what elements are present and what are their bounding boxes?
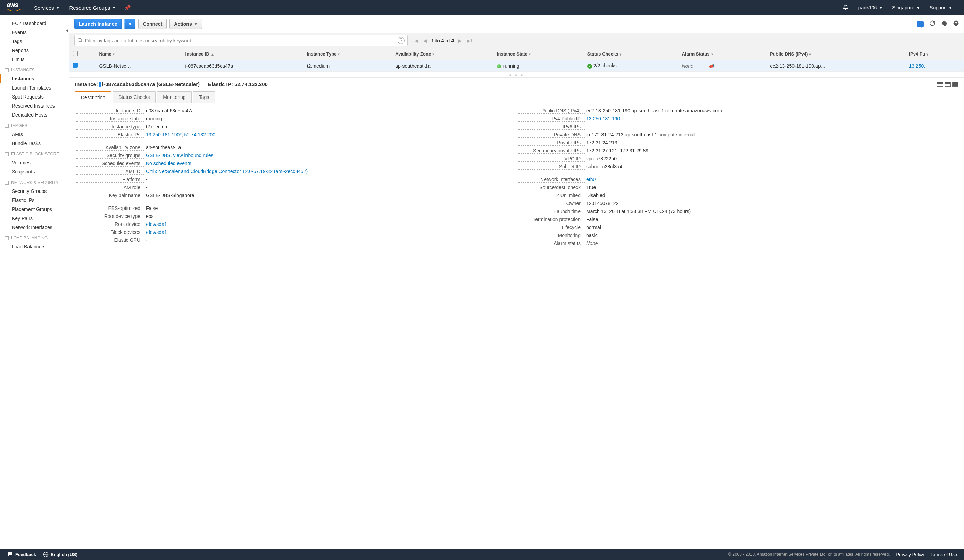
sidebar-item[interactable]: Volumes	[0, 158, 69, 167]
nav-support[interactable]: Support▼	[925, 5, 957, 10]
settings-icon[interactable]	[941, 20, 947, 28]
actions-button[interactable]: Actions▼	[169, 19, 202, 29]
footer: Feedback English (US) © 2008 - 2018, Ama…	[0, 549, 964, 560]
help-icon[interactable]: ?	[953, 20, 959, 28]
sidebar-item[interactable]: Placement Groups	[0, 205, 69, 214]
sidebar-item[interactable]: Launch Templates	[0, 83, 69, 92]
detail-link[interactable]: 13.250.181.190	[586, 116, 620, 122]
sidebar-group-header[interactable]: –NETWORK & SECURITY	[0, 179, 69, 187]
chat-icon[interactable]: ⋯	[917, 21, 924, 28]
detail-row: Root device/dev/sda1	[77, 221, 517, 227]
view-split-top-icon[interactable]	[937, 82, 943, 87]
nav-resource-groups[interactable]: Resource Groups▼	[64, 5, 120, 11]
sidebar-item[interactable]: Spot Requests	[0, 92, 69, 101]
row-checkbox[interactable]	[73, 63, 78, 68]
collapse-box-icon: –	[5, 181, 9, 185]
alarm-add-icon[interactable]: 📣	[709, 63, 715, 69]
sidebar-item[interactable]: Tags	[0, 37, 69, 46]
detail-row: Security groupsGSLB-DBS. view inbound ru…	[77, 153, 517, 159]
sidebar-group-header[interactable]: –ELASTIC BLOCK STORE	[0, 150, 69, 158]
detail-row: Instance staterunning	[77, 116, 517, 122]
sidebar-item[interactable]: Bundle Tasks	[0, 139, 69, 148]
tab-description[interactable]: Description	[75, 91, 111, 103]
detail-link[interactable]: GSLB-DBS	[146, 153, 171, 158]
column-header[interactable]: Public DNS (IPv4)▾	[766, 48, 905, 60]
filter-input[interactable]	[83, 37, 397, 44]
panel-resize-grip[interactable]: ● ● ●	[70, 72, 964, 78]
sidebar-item[interactable]: Snapshots	[0, 167, 69, 176]
sidebar-item[interactable]: Reserved Instances	[0, 101, 69, 110]
detail-link[interactable]: Citrix NetScaler and CloudBridge Connect…	[146, 169, 308, 174]
bell-icon[interactable]	[838, 4, 853, 12]
sidebar-collapse-icon[interactable]: ◀	[65, 25, 70, 36]
sidebar-item[interactable]: Security Groups	[0, 187, 69, 196]
view-full-icon[interactable]	[952, 82, 958, 87]
connect-button[interactable]: Connect	[138, 19, 167, 29]
main-content: Launch Instance ▼ Connect Actions▼ ⋯ ? ?	[70, 15, 964, 549]
cell-instance-id: i-087cacab63d5ca47a	[182, 60, 303, 72]
nav-services[interactable]: Services▼	[29, 5, 64, 11]
table-row[interactable]: GSLB-Netsc… i-087cacab63d5ca47a t2.mediu…	[70, 60, 964, 72]
tab-tags[interactable]: Tags	[193, 91, 215, 103]
page-next-icon[interactable]: ▶	[458, 38, 462, 43]
page-count: 1 to 4 of 4	[431, 38, 454, 43]
detail-row: Elastic IPs13.250.181.190*, 52.74.132.20…	[77, 132, 517, 138]
sidebar-group-header[interactable]: –IMAGES	[0, 122, 69, 130]
filter-help-icon[interactable]: ?	[397, 37, 405, 44]
nav-region[interactable]: Singapore▼	[887, 5, 925, 10]
detail-row: T2 UnlimitedDisabled	[517, 193, 957, 198]
view-split-third-icon[interactable]	[944, 82, 951, 87]
sidebar-item[interactable]: AMIs	[0, 130, 69, 139]
sidebar-group-header[interactable]: –INSTANCES	[0, 66, 69, 74]
nav-user[interactable]: pank106▼	[853, 5, 887, 10]
detail-link[interactable]: eth0	[586, 177, 596, 182]
top-nav: aws Services▼ Resource Groups▼ 📌 pank106…	[0, 0, 964, 15]
detail-row: Termination protectionFalse	[517, 216, 957, 222]
sidebar-item[interactable]: Load Balancers	[0, 242, 69, 251]
column-header[interactable]: Availability Zone▾	[392, 48, 493, 60]
launch-instance-button[interactable]: Launch Instance	[74, 19, 122, 29]
sidebar-item[interactable]: Events	[0, 28, 69, 37]
privacy-link[interactable]: Privacy Policy	[896, 552, 925, 557]
tab-monitoring[interactable]: Monitoring	[157, 91, 191, 103]
detail-row: Elastic GPU-	[77, 237, 517, 243]
detail-link[interactable]: view inbound rules	[173, 153, 213, 158]
feedback-link[interactable]: Feedback	[7, 551, 36, 558]
language-selector[interactable]: English (US)	[43, 552, 77, 557]
cell-az: ap-southeast-1a	[392, 60, 493, 72]
pin-icon[interactable]: 📌	[120, 5, 134, 11]
sidebar-item[interactable]: Reports	[0, 46, 69, 55]
column-header[interactable]: Instance Type▾	[303, 48, 392, 60]
column-header[interactable]: Instance State▾	[493, 48, 584, 60]
detail-link[interactable]: 52.74.132.200	[184, 132, 216, 137]
select-all-checkbox[interactable]	[73, 51, 78, 56]
sidebar-item[interactable]: Instances	[0, 74, 69, 83]
page-first-icon[interactable]: I◀	[412, 38, 419, 43]
column-header[interactable]: Status Checks▾	[584, 48, 679, 60]
detail-link[interactable]: /dev/sda1	[146, 221, 167, 227]
column-header[interactable]: Alarm Status▾	[678, 48, 766, 60]
launch-instance-dropdown[interactable]: ▼	[124, 19, 135, 29]
terms-link[interactable]: Terms of Use	[930, 552, 957, 557]
tab-status-checks[interactable]: Status Checks	[112, 91, 156, 103]
page-prev-icon[interactable]: ◀	[423, 38, 428, 43]
instances-table: Name▾Instance ID▲Instance Type▾Availabil…	[70, 48, 964, 72]
aws-logo[interactable]: aws	[7, 2, 21, 14]
page-last-icon[interactable]: ▶I	[466, 38, 472, 43]
sidebar-item[interactable]: Dedicated Hosts	[0, 110, 69, 119]
sidebar-item[interactable]: EC2 Dashboard	[0, 19, 69, 28]
detail-tabs: DescriptionStatus ChecksMonitoringTags	[70, 91, 964, 103]
sidebar-item[interactable]: Limits	[0, 55, 69, 64]
detail-row: Monitoringbasic	[517, 232, 957, 239]
detail-link[interactable]: /dev/sda1	[146, 229, 167, 235]
column-header[interactable]: Name▾	[96, 48, 182, 60]
refresh-icon[interactable]	[929, 20, 936, 28]
detail-link[interactable]: 13.250.181.190*	[146, 132, 182, 137]
sidebar-item[interactable]: Network Interfaces	[0, 223, 69, 232]
sidebar-item[interactable]: Key Pairs	[0, 214, 69, 223]
column-header[interactable]: IPv4 Pu▾	[905, 48, 964, 60]
sidebar-group-header[interactable]: –LOAD BALANCING	[0, 234, 69, 242]
detail-link[interactable]: No scheduled events	[146, 161, 191, 166]
column-header[interactable]: Instance ID▲	[182, 48, 303, 60]
sidebar-item[interactable]: Elastic IPs	[0, 196, 69, 205]
